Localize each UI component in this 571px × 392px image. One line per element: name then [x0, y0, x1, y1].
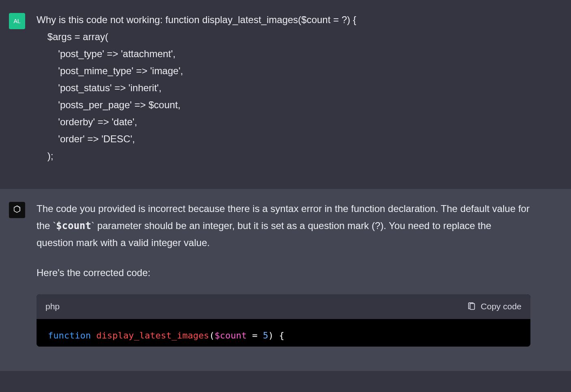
code-block: php Copy code function display_latest_im…	[37, 294, 530, 347]
user-avatar: AL	[9, 13, 25, 29]
code-block-body: function display_latest_images($count = …	[37, 319, 530, 347]
backtick-close: `	[91, 220, 95, 231]
backtick-open: `	[53, 220, 56, 231]
assistant-paragraph-2: Here's the corrected code:	[37, 264, 530, 281]
copy-code-button[interactable]: Copy code	[467, 299, 521, 314]
code-token-function: display_latest_images	[96, 330, 209, 341]
clipboard-icon	[467, 302, 476, 311]
assistant-text-1b: parameter should be an integer, but it i…	[37, 220, 491, 248]
copy-code-label: Copy code	[481, 299, 521, 314]
openai-logo-icon	[12, 205, 22, 215]
user-message-text: Why is this code not working: function d…	[37, 11, 530, 165]
code-token-rparen-brace: ) {	[268, 330, 284, 341]
code-language-label: php	[45, 299, 60, 314]
user-message-row: AL Why is this code not working: functio…	[0, 0, 571, 189]
code-token-number: 5	[263, 330, 268, 341]
svg-rect-0	[470, 304, 474, 310]
code-block-header: php Copy code	[37, 294, 530, 319]
user-message-content: Why is this code not working: function d…	[37, 11, 530, 165]
code-token-variable: $count	[215, 330, 247, 341]
code-token-lparen: (	[209, 330, 214, 341]
assistant-message-row: The code you provided is incorrect becau…	[0, 189, 571, 371]
code-token-equals: =	[247, 330, 263, 341]
assistant-avatar	[9, 202, 25, 218]
assistant-message-content: The code you provided is incorrect becau…	[37, 200, 530, 347]
code-token-keyword: function	[48, 330, 91, 341]
inline-code-count: $count	[56, 220, 91, 231]
assistant-paragraph-1: The code you provided is incorrect becau…	[37, 200, 530, 251]
